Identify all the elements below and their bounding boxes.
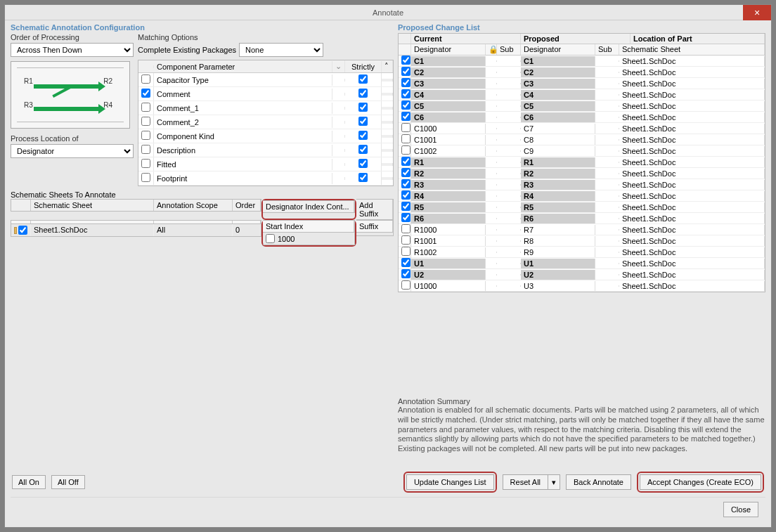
param-row[interactable]: Fitted xyxy=(138,157,393,171)
scrollbar-track[interactable] xyxy=(382,135,393,138)
group-location[interactable]: Location of Part xyxy=(630,34,765,44)
sub-lock-cell[interactable] xyxy=(486,274,497,275)
sub-lock-cell[interactable] xyxy=(486,117,497,118)
start-index-enable-checkbox[interactable] xyxy=(266,234,275,243)
group-proposed[interactable]: Proposed xyxy=(521,34,630,44)
param-column-header[interactable]: Component Parameter xyxy=(154,61,332,72)
param-checkbox[interactable] xyxy=(141,74,150,84)
close-icon[interactable]: × xyxy=(743,5,771,20)
change-row[interactable]: C5C5Sheet1.SchDoc xyxy=(399,100,765,112)
param-strict-checkbox[interactable] xyxy=(358,117,368,126)
param-row[interactable]: Footprint xyxy=(138,171,393,186)
change-row-checkbox[interactable] xyxy=(401,213,410,222)
all-off-button[interactable]: All Off xyxy=(51,475,85,489)
sub-lock-cell[interactable] xyxy=(486,83,497,84)
change-row-checkbox[interactable] xyxy=(401,134,410,143)
subcol-start-index[interactable]: Start Index xyxy=(263,221,354,232)
change-row[interactable]: R2R2Sheet1.SchDoc xyxy=(399,168,765,179)
sub-lock-cell[interactable] xyxy=(486,139,497,141)
change-row-checkbox[interactable] xyxy=(401,145,410,155)
param-checkbox[interactable] xyxy=(141,117,150,126)
col-add-suffix[interactable]: Add Suffix xyxy=(356,200,393,219)
col-schematic-sheet[interactable]: Schematic Sheet xyxy=(31,200,154,211)
param-strict-checkbox[interactable] xyxy=(358,131,368,140)
close-button[interactable]: Close xyxy=(723,502,758,517)
sub-lock-cell[interactable] xyxy=(486,72,497,73)
change-row[interactable]: C1000C7Sheet1.SchDoc xyxy=(399,123,765,134)
sub-lock-cell[interactable] xyxy=(486,285,497,287)
all-on-button[interactable]: All On xyxy=(12,475,46,489)
change-row[interactable]: R4R4Sheet1.SchDoc xyxy=(399,190,765,202)
sub-lock-cell[interactable] xyxy=(486,218,497,219)
param-strict-checkbox[interactable] xyxy=(358,89,368,98)
param-strict-checkbox[interactable] xyxy=(358,74,368,84)
sub-lock-cell[interactable] xyxy=(486,60,497,62)
sub-lock-cell[interactable] xyxy=(486,94,497,96)
param-checkbox[interactable] xyxy=(141,103,150,112)
change-row[interactable]: R1R1Sheet1.SchDoc xyxy=(399,157,765,168)
param-row[interactable]: Component Kind xyxy=(138,129,393,143)
change-row[interactable]: C4C4Sheet1.SchDoc xyxy=(399,89,765,100)
sub-lock-cell[interactable] xyxy=(486,195,497,197)
sub-lock-cell[interactable] xyxy=(486,207,497,208)
scrollbar-track[interactable] xyxy=(382,177,393,180)
param-row[interactable]: Comment_2 xyxy=(138,115,393,129)
change-row-checkbox[interactable] xyxy=(401,168,410,177)
sheet-enable-checkbox[interactable] xyxy=(18,226,27,235)
change-row-checkbox[interactable] xyxy=(401,78,410,87)
change-row-checkbox[interactable] xyxy=(401,269,410,278)
sub-lock-cell[interactable] xyxy=(486,173,497,174)
scrollbar-track[interactable] xyxy=(382,121,393,124)
change-row-checkbox[interactable] xyxy=(401,157,410,166)
sub-lock-cell[interactable] xyxy=(486,150,497,152)
suffix-cell[interactable] xyxy=(356,233,393,235)
param-checkbox[interactable] xyxy=(141,173,150,182)
sheet-order[interactable]: 0 xyxy=(233,224,261,236)
sub-lock-cell[interactable] xyxy=(486,240,497,242)
reset-all-button[interactable]: Reset All xyxy=(503,474,548,490)
param-checkbox[interactable] xyxy=(141,145,150,154)
param-checkbox[interactable] xyxy=(141,131,150,140)
sub-lock-cell[interactable] xyxy=(486,128,497,129)
process-location-select[interactable]: Designator xyxy=(11,144,134,158)
back-annotate-button[interactable]: Back Annotate xyxy=(566,474,631,490)
col-annotation-scope[interactable]: Annotation Scope xyxy=(154,200,233,211)
change-row[interactable]: U1000U3Sheet1.SchDoc xyxy=(399,280,765,292)
param-row[interactable]: Comment_1 xyxy=(138,101,393,115)
group-current[interactable]: Current xyxy=(411,34,521,44)
change-row-checkbox[interactable] xyxy=(401,258,410,267)
change-row[interactable]: R1002R9Sheet1.SchDoc xyxy=(399,247,765,258)
change-row-checkbox[interactable] xyxy=(401,224,410,233)
col-schematic-sheet[interactable]: Schematic Sheet xyxy=(619,44,765,55)
scroll-up-icon[interactable]: ˄ xyxy=(382,60,393,72)
strictly-column-header[interactable]: Strictly xyxy=(345,61,382,72)
scrollbar-track[interactable] xyxy=(382,79,393,82)
col-proposed-designator[interactable]: Designator xyxy=(521,44,595,55)
subcol-suffix[interactable]: Suffix xyxy=(356,221,393,232)
sheet-scope[interactable]: All xyxy=(154,224,233,236)
change-row-checkbox[interactable] xyxy=(401,202,410,211)
order-of-processing-select[interactable]: Across Then Down xyxy=(11,43,134,57)
change-row-checkbox[interactable] xyxy=(401,123,410,132)
col-order[interactable]: Order xyxy=(233,200,261,211)
change-row[interactable]: U1U1Sheet1.SchDoc xyxy=(399,258,765,269)
param-strict-checkbox[interactable] xyxy=(358,173,368,182)
scrollbar-track[interactable] xyxy=(382,107,393,110)
scrollbar-track[interactable] xyxy=(382,163,393,166)
param-strict-checkbox[interactable] xyxy=(358,145,368,154)
start-index-value[interactable]: 1000 xyxy=(278,235,295,243)
change-row[interactable]: R6R6Sheet1.SchDoc xyxy=(399,213,765,224)
lock-icon[interactable]: 🔒 xyxy=(486,44,497,55)
param-row[interactable]: Description xyxy=(138,143,393,157)
change-row[interactable]: C1C1Sheet1.SchDoc xyxy=(399,56,765,67)
change-row-checkbox[interactable] xyxy=(401,56,410,65)
scrollbar-track[interactable] xyxy=(382,149,393,152)
col-designator-index[interactable]: Designator Index Cont... xyxy=(263,201,354,212)
param-checkbox[interactable] xyxy=(141,159,150,168)
accept-changes-button[interactable]: Accept Changes (Create ECO) xyxy=(640,474,761,490)
param-row[interactable]: Comment xyxy=(138,87,393,101)
scrollbar-track[interactable] xyxy=(382,93,393,96)
change-row[interactable]: C3C3Sheet1.SchDoc xyxy=(399,78,765,89)
sub-lock-cell[interactable] xyxy=(486,162,497,163)
change-row-checkbox[interactable] xyxy=(401,89,410,98)
